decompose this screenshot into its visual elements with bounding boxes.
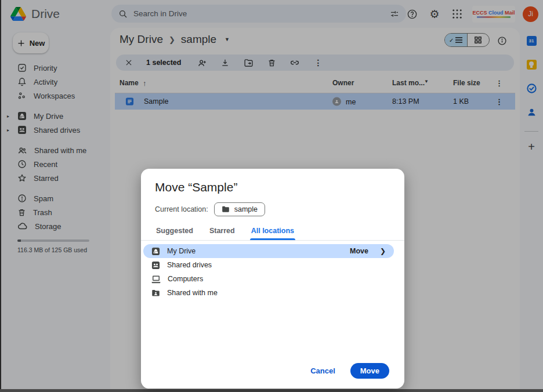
- tab-suggested[interactable]: Suggested: [155, 223, 194, 240]
- current-location-label: Current location:: [155, 205, 208, 213]
- tab-all-locations[interactable]: All locations: [250, 223, 295, 240]
- location-row-my-drive[interactable]: My Drive Move ❯: [143, 244, 394, 258]
- my-drive-icon: [151, 247, 160, 256]
- chevron-right-icon[interactable]: ❯: [380, 247, 386, 255]
- move-dialog: Move “Sample” Current location: sample S…: [141, 169, 404, 389]
- location-row-shared-with-me[interactable]: Shared with me: [143, 286, 395, 300]
- dialog-footer: Cancel Move: [310, 363, 389, 379]
- quick-move-action[interactable]: Move: [350, 247, 368, 255]
- computers-icon: [151, 275, 161, 284]
- cancel-button[interactable]: Cancel: [310, 366, 335, 375]
- google-drive-app: Drive ⚙ ECCS Cloud Mail: [0, 0, 543, 392]
- location-list: My Drive Move ❯ Shared drives Computers …: [141, 244, 404, 300]
- dialog-tabs: Suggested Starred All locations: [141, 223, 404, 241]
- current-location-chip[interactable]: sample: [214, 202, 265, 216]
- screen-left-edge: [0, 0, 1, 392]
- screen-bottom-edge: [0, 389, 543, 392]
- shared-folder-icon: [151, 289, 160, 297]
- move-button[interactable]: Move: [350, 363, 389, 379]
- location-row-shared-drives[interactable]: Shared drives: [143, 258, 395, 272]
- tab-starred[interactable]: Starred: [208, 223, 236, 240]
- location-row-computers[interactable]: Computers: [143, 272, 395, 286]
- current-location-row: Current location: sample: [155, 202, 404, 216]
- shared-drives-icon: [151, 261, 160, 270]
- dialog-title: Move “Sample”: [155, 180, 404, 194]
- folder-icon: [222, 206, 230, 213]
